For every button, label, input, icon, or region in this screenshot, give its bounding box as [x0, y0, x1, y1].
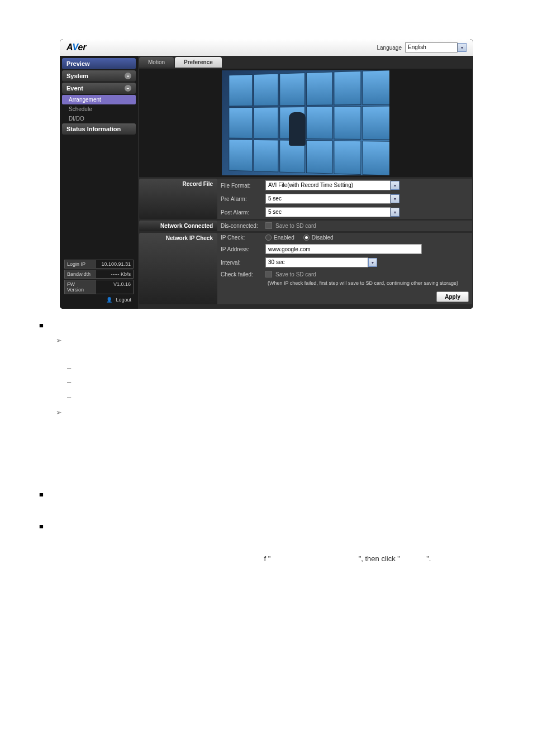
chevron-down-icon: ▾: [391, 194, 399, 203]
ip-check-label: IP Check:: [221, 235, 265, 241]
disconnected-label: Dis-connected:: [221, 223, 265, 229]
interval-select[interactable]: 30 sec ▾: [265, 257, 377, 267]
chevron-down-icon: ▾: [458, 43, 467, 52]
ip-check-hint: (When IP check failed, first step will s…: [217, 279, 472, 289]
post-alarm-select[interactable]: 5 sec ▾: [265, 207, 399, 217]
nav-status-information[interactable]: Status Information: [62, 123, 136, 135]
pre-alarm-select[interactable]: 5 sec ▾: [265, 194, 399, 204]
expand-icon: +: [125, 73, 131, 79]
info-bandwidth: Bandwidth ----- Kb/s: [64, 270, 134, 279]
collapse-icon: −: [125, 85, 131, 92]
section-record-file: Record File File Format: AVI File(with R…: [139, 179, 472, 219]
nav-system[interactable]: System +: [62, 70, 136, 82]
nav-event[interactable]: Event −: [62, 83, 136, 94]
ip-check-enabled-radio[interactable]: [265, 235, 272, 241]
caption-fragment-3: ".: [426, 554, 431, 563]
brand-logo: AVer: [66, 42, 87, 52]
tab-motion[interactable]: Motion: [139, 57, 174, 68]
sidebar: Preview System + Event − Arrangement Sch…: [60, 56, 138, 309]
nav-event-dido[interactable]: DI/DO: [62, 114, 136, 123]
post-alarm-label: Post Alarm:: [221, 209, 265, 216]
pre-alarm-label: Pre Alarm:: [221, 196, 265, 202]
section-network-ip-check: Network IP Check IP Check: Enabled: [139, 233, 472, 304]
check-failed-label: Check failed:: [221, 271, 265, 277]
apply-button[interactable]: Apply: [436, 291, 469, 302]
caption-fragment-2: ", then click ": [359, 554, 400, 563]
interval-label: Interval:: [221, 260, 265, 266]
content-area: Motion Preference: [138, 56, 473, 309]
camera-preview: [139, 69, 472, 177]
nav-preview[interactable]: Preview: [62, 58, 136, 69]
save-sd-label: Save to SD card: [275, 223, 316, 229]
check-failed-save-sd-label: Save to SD card: [275, 271, 316, 277]
nav-event-arrangement[interactable]: Arrangement: [62, 95, 136, 104]
caption-fragment-1: f ": [264, 554, 271, 563]
language-select[interactable]: English ▾: [405, 42, 467, 52]
chevron-down-icon: ▾: [391, 208, 399, 217]
document-body-text: ■ ➢ – – – ➢ ■ ■ f " ", then click " ".: [39, 320, 494, 566]
info-login-ip: Login IP 10.100.91.31: [64, 260, 134, 269]
chevron-down-icon: ▾: [391, 181, 399, 190]
disabled-label: Disabled: [312, 235, 334, 241]
chevron-down-icon: ▾: [368, 258, 377, 267]
top-header: AVer Language English ▾: [60, 39, 473, 56]
ip-check-disabled-radio[interactable]: [303, 235, 310, 241]
file-format-select[interactable]: AVI File(with Record Time Setting) ▾: [265, 180, 399, 190]
app-window: AVer Language English ▾ Preview System +…: [60, 39, 473, 309]
language-label: Language: [377, 45, 402, 51]
check-failed-save-sd-checkbox[interactable]: [265, 271, 272, 277]
logout-icon: 👤: [106, 297, 112, 303]
save-sd-checkbox[interactable]: [265, 222, 272, 229]
section-network-connected: Network Connected Dis-connected: Save to…: [139, 221, 472, 231]
nav-event-schedule[interactable]: Schedule: [62, 104, 136, 114]
ip-address-label: IP Address:: [221, 246, 265, 252]
tab-preference[interactable]: Preference: [175, 57, 222, 68]
logout-link[interactable]: 👤 Logout: [64, 295, 134, 304]
ip-address-input[interactable]: [265, 244, 422, 254]
info-fw-version: FW Version V1.0.16: [64, 280, 134, 294]
file-format-label: File Format:: [221, 183, 265, 189]
enabled-label: Enabled: [274, 235, 294, 241]
